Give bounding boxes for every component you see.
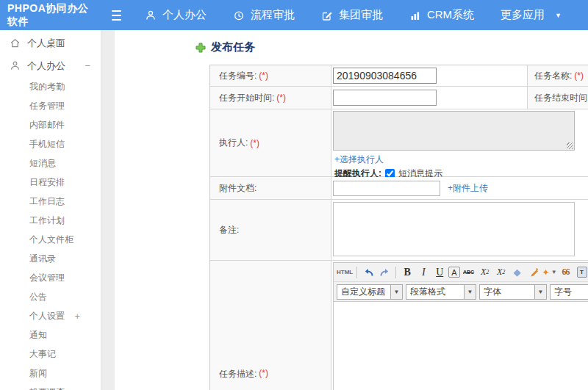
- top-header: PHPOA协同办公软件 个人办公 流程审批 集团审批 CRM系统: [0, 0, 588, 30]
- description-label: 任务描述:: [219, 368, 257, 380]
- main-content: 发布任务 任务编号: (*) 任务名称: (*) 任务开始时间: (*): [115, 30, 588, 390]
- nav-more-apps[interactable]: 更多应用 ▼: [501, 8, 562, 22]
- sidebar-item-work-plan[interactable]: 工作计划: [0, 211, 101, 230]
- sidebar-item-poll[interactable]: 投票调查: [0, 383, 101, 390]
- attachment-upload-link[interactable]: +附件上传: [448, 182, 488, 195]
- sidebar-item-schedule[interactable]: 日程安排: [0, 173, 101, 192]
- sidebar-item-personal-desktop[interactable]: 个人桌面: [0, 32, 101, 54]
- required-mark: (*): [250, 138, 259, 148]
- rich-text-editor: HTML B I U A ABC X2: [333, 262, 588, 390]
- form-row-attachment: 附件文档: +附件上传: [210, 177, 588, 200]
- paragraph-format-dropdown[interactable]: 段落格式 ▼: [406, 284, 476, 300]
- paste-template-icon[interactable]: T: [575, 265, 588, 280]
- sidebar-item-notice[interactable]: 通知: [0, 325, 101, 344]
- caret-down-icon: ▼: [555, 12, 562, 19]
- chevron-down-icon: ▼: [535, 284, 547, 300]
- required-mark: (*): [259, 71, 268, 81]
- italic-button[interactable]: I: [416, 265, 431, 280]
- sidebar-item-announcement[interactable]: 公告: [0, 287, 101, 306]
- executor-label: 执行人:: [219, 137, 248, 149]
- page-title: 发布任务: [211, 40, 255, 54]
- font-size-dropdown[interactable]: 字号 ▼: [550, 284, 588, 300]
- autoformat-wand-icon[interactable]: ✦▼: [542, 265, 557, 280]
- sidebar-item-personal-files[interactable]: 个人文件柜: [0, 230, 101, 249]
- form-row-executor: 执行人: (*) +选择执行人 提醒执行人: 短消息提示: [210, 109, 588, 177]
- hamburger-menu-icon[interactable]: [112, 10, 121, 21]
- editor-toolbar-row2: 自定义标题 ▼ 段落格式 ▼ 字体 ▼ 字号 ▼: [334, 282, 588, 302]
- choose-executor-link[interactable]: +选择执行人: [334, 154, 384, 166]
- end-time-label: 任务结束时间:: [534, 92, 588, 104]
- attachment-input[interactable]: [333, 181, 440, 196]
- task-number-input[interactable]: [333, 68, 437, 84]
- form-row-remark: 备注:: [210, 200, 588, 261]
- page-title-row: 发布任务: [196, 40, 255, 54]
- task-number-label: 任务编号:: [219, 70, 257, 82]
- subscript-button[interactable]: X2: [494, 265, 509, 280]
- sidebar-item-internal-mail[interactable]: 内部邮件: [0, 115, 101, 134]
- sidebar-item-milestones[interactable]: 大事记: [0, 344, 101, 364]
- executor-textarea[interactable]: [333, 111, 575, 151]
- sidebar-item-personal-office[interactable]: 个人办公 −: [0, 54, 101, 77]
- publish-task-form: 任务编号: (*) 任务名称: (*) 任务开始时间: (*) 任务结束时间:: [209, 65, 588, 390]
- attachment-label: 附件文档:: [219, 182, 257, 195]
- blockquote-button[interactable]: 66: [559, 265, 573, 280]
- task-name-label: 任务名称:: [534, 70, 572, 82]
- sidebar-item-task-management[interactable]: 任务管理: [0, 96, 101, 115]
- sidebar-item-short-message[interactable]: 短消息: [0, 154, 101, 173]
- form-row-start-time: 任务开始时间: (*) 任务结束时间: (*): [210, 87, 588, 109]
- bar-chart-icon: [409, 10, 421, 21]
- chevron-down-icon: ▼: [391, 284, 403, 300]
- required-mark: (*): [574, 71, 584, 81]
- nav-crm-system[interactable]: CRM系统: [409, 8, 474, 22]
- underline-button[interactable]: U: [432, 265, 447, 280]
- sidebar-item-my-attendance[interactable]: 我的考勤: [0, 77, 101, 96]
- custom-title-dropdown[interactable]: 自定义标题 ▼: [337, 284, 403, 300]
- bold-button[interactable]: B: [400, 265, 415, 280]
- chevron-down-icon: ▼: [465, 284, 476, 300]
- nav-group-approval[interactable]: 集团审批: [321, 8, 383, 22]
- top-nav: 个人办公 流程审批 集团审批 CRM系统 更多应用 ▼: [145, 8, 588, 22]
- sidebar-item-news[interactable]: 新闻: [0, 364, 101, 383]
- home-icon: [10, 37, 21, 48]
- edit-square-icon: [321, 10, 333, 21]
- editor-content-area[interactable]: [334, 302, 588, 390]
- sidebar-item-meeting-management[interactable]: 会议管理: [0, 268, 101, 287]
- form-row-description: 任务描述: (*) HTML B: [210, 261, 588, 390]
- sidebar: 个人桌面 个人办公 − 我的考勤 任务管理 内部邮件 手机短信 短消息 日程安排…: [0, 30, 101, 390]
- start-time-label: 任务开始时间:: [219, 92, 274, 104]
- font-family-dropdown[interactable]: 字体 ▼: [479, 284, 547, 300]
- user-icon: [10, 60, 21, 71]
- redo-icon[interactable]: [377, 265, 392, 280]
- sidebar-item-contacts[interactable]: 通讯录: [0, 249, 101, 268]
- html-source-button[interactable]: HTML: [337, 265, 353, 280]
- format-painter-icon[interactable]: [526, 265, 541, 280]
- expand-icon[interactable]: +: [74, 311, 80, 322]
- remark-label: 备注:: [219, 224, 239, 236]
- app-logo: PHPOA协同办公软件: [0, 2, 90, 29]
- start-time-input[interactable]: [333, 90, 437, 106]
- plus-icon: [196, 43, 206, 53]
- eraser-icon[interactable]: ◆: [510, 265, 525, 280]
- font-style-button[interactable]: A: [448, 267, 459, 278]
- history-clock-icon: [233, 10, 245, 21]
- collapse-icon[interactable]: −: [85, 60, 90, 71]
- nav-personal-office[interactable]: 个人办公: [145, 8, 207, 22]
- sidebar-item-work-log[interactable]: 工作日志: [0, 192, 101, 211]
- strikethrough-button[interactable]: ABC: [462, 265, 476, 280]
- editor-toolbar-row1: HTML B I U A ABC X2: [334, 263, 588, 282]
- user-icon: [145, 10, 157, 21]
- form-row-task-number: 任务编号: (*) 任务名称: (*): [210, 65, 588, 87]
- remark-textarea[interactable]: [333, 202, 575, 256]
- required-mark: (*): [276, 93, 286, 103]
- sidebar-item-personal-settings[interactable]: 个人设置 +: [0, 306, 101, 325]
- sidebar-item-mobile-sms[interactable]: 手机短信: [0, 134, 101, 154]
- undo-icon[interactable]: [361, 265, 376, 280]
- required-mark: (*): [259, 368, 268, 378]
- nav-workflow-approval[interactable]: 流程审批: [233, 8, 295, 22]
- superscript-button[interactable]: X2: [478, 265, 492, 280]
